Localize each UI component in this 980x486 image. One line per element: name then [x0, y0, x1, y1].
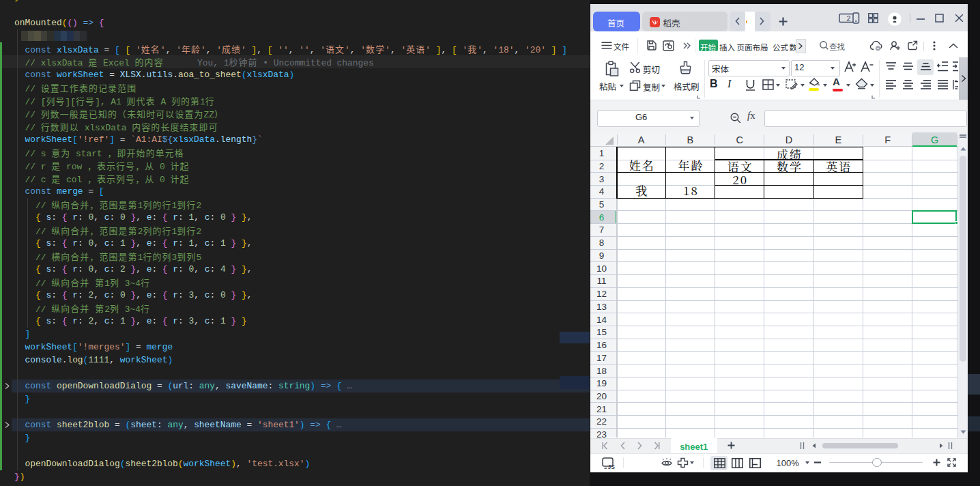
- svg-text:JS: JS: [607, 463, 615, 469]
- svg-text:2: 2: [846, 14, 850, 22]
